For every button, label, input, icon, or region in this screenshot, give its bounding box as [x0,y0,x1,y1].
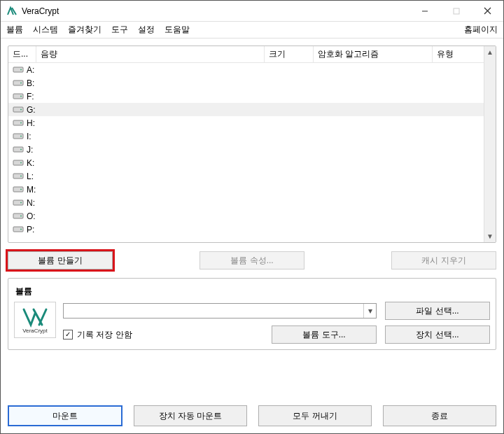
drive-letter: M: [27,185,36,195]
volume-path-combo[interactable]: ▾ [63,303,377,318]
list-item[interactable]: P: [8,223,496,236]
drive-icon [13,145,24,155]
menu-volume[interactable]: 볼륨 [6,24,23,36]
menu-system[interactable]: 시스템 [33,24,58,36]
list-item[interactable]: M: [8,183,496,196]
app-icon [6,6,18,17]
drive-letter: P: [27,225,34,234]
svg-point-11 [20,108,22,110]
list-item[interactable]: A: [8,63,496,76]
window-controls [409,1,503,21]
svg-point-15 [20,135,22,136]
volume-properties-button: 볼륨 속성... [200,251,304,270]
drive-letter: L: [27,172,34,181]
drive-icon [13,132,24,141]
exit-button[interactable]: 종료 [383,405,496,426]
scroll-up-icon[interactable]: ▲ [484,46,496,58]
close-button[interactable] [472,1,503,21]
drive-icon [13,65,24,75]
list-item[interactable]: G: [8,103,496,116]
drive-letter: G: [27,105,36,115]
mid-button-row: 볼륨 만들기 볼륨 속성... 캐시 지우기 [8,251,496,270]
window-title: VeraCrypt [22,6,409,16]
list-item[interactable]: I: [8,130,496,143]
select-device-button[interactable]: 장치 선택... [385,326,490,344]
list-item[interactable]: J: [8,143,496,156]
drive-icon [13,78,24,88]
drive-icon [13,198,24,208]
volume-tools-button[interactable]: 볼륨 도구... [272,326,377,344]
svg-point-29 [20,228,22,230]
veracrypt-logo: VeraCrypt [14,302,56,338]
drive-icon [13,158,24,168]
volume-section: 볼륨 VeraCrypt ▾ 파일 선택... ✓ 기록 저장 안함 [8,278,496,350]
auto-mount-button[interactable]: 장치 자동 마운트 [134,405,247,426]
menu-help[interactable]: 도움말 [164,24,190,36]
list-header: 드... 음량 크기 암호화 알고리즘 유형 [8,46,496,63]
no-history-checkbox[interactable]: ✓ 기록 저장 안함 [63,329,132,341]
drive-letter: K: [27,158,34,168]
svg-point-5 [20,69,22,70]
chevron-down-icon[interactable]: ▾ [363,304,376,318]
drive-letter: H: [27,118,35,128]
drive-icon [13,225,24,234]
svg-point-19 [20,162,22,163]
list-item[interactable]: B: [8,76,496,90]
svg-point-27 [20,215,22,216]
drive-letter: N: [27,198,35,208]
svg-point-23 [20,188,22,190]
col-drive[interactable]: 드... [8,46,36,62]
list-item[interactable]: F: [8,90,496,103]
drive-icon [13,105,24,115]
logo-text: VeraCrypt [22,328,48,334]
maximize-button[interactable] [440,1,472,21]
menu-settings[interactable]: 설정 [138,24,155,36]
drive-icon [13,118,24,128]
list-item[interactable]: H: [8,116,496,130]
col-volume[interactable]: 음량 [36,46,265,62]
vertical-scrollbar[interactable]: ▲ ▼ [484,46,496,242]
no-history-label: 기록 저장 안함 [77,329,132,341]
drive-icon [13,185,24,195]
svg-point-17 [20,148,22,150]
list-rows: A:B:F:G:H:I:J:K:L:M:N:O:P: [8,63,496,242]
bottom-button-row: 마운트 장치 자동 마운트 모두 꺼내기 종료 [1,405,503,433]
wipe-cache-button: 캐시 지우기 [391,251,496,270]
svg-point-25 [20,202,22,203]
menu-fav[interactable]: 즐겨찾기 [68,24,102,36]
svg-rect-1 [454,8,459,14]
drive-icon [13,92,24,102]
drive-icon [13,211,24,221]
col-size[interactable]: 크기 [265,46,314,62]
svg-point-9 [20,95,22,97]
titlebar: VeraCrypt [1,1,503,22]
minimize-button[interactable] [409,1,440,21]
drive-letter: O: [27,211,36,221]
drive-letter: J: [27,145,33,155]
drive-icon [13,172,24,181]
list-item[interactable]: N: [8,196,496,209]
volume-section-label: 볼륨 [15,286,490,298]
svg-point-21 [20,175,22,176]
list-item[interactable]: O: [8,209,496,223]
mount-button[interactable]: 마운트 [8,405,122,426]
drive-letter: F: [27,92,34,102]
list-item[interactable]: L: [8,169,496,183]
select-file-button[interactable]: 파일 선택... [385,302,490,320]
drive-letter: I: [27,132,31,141]
scroll-down-icon[interactable]: ▼ [484,230,496,242]
col-algo[interactable]: 암호화 알고리즘 [314,46,433,62]
drive-list-panel: 드... 음량 크기 암호화 알고리즘 유형 A:B:F:G:H:I:J:K:L… [8,46,496,243]
menu-homepage[interactable]: 홈페이지 [464,24,498,36]
svg-point-13 [20,122,22,123]
svg-point-7 [20,82,22,83]
list-item[interactable]: K: [8,156,496,169]
menu-tools[interactable]: 도구 [111,24,128,36]
menubar: 볼륨 시스템 즐겨찾기 도구 설정 도움말 홈페이지 [1,22,503,38]
dismount-all-button[interactable]: 모두 꺼내기 [258,405,372,426]
create-volume-button[interactable]: 볼륨 만들기 [8,251,113,270]
content-area: 드... 음량 크기 암호화 알고리즘 유형 A:B:F:G:H:I:J:K:L… [1,38,503,405]
drive-letter: A: [27,65,34,75]
checkbox-checked-icon: ✓ [63,330,73,340]
drive-letter: B: [27,78,34,88]
